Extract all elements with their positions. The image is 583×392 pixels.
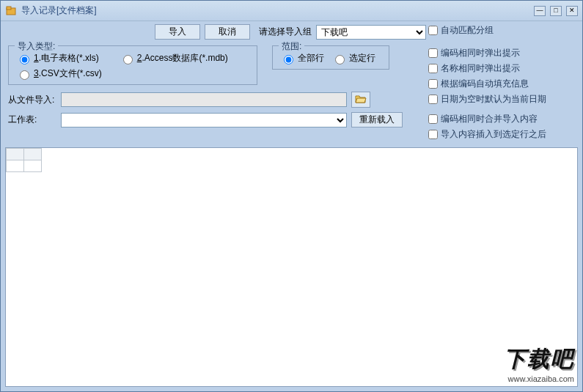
radio-xls[interactable]: 1.电子表格(*.xls) — [16, 52, 99, 64]
reload-button[interactable]: 重新载入 — [351, 112, 403, 127]
from-file-label: 从文件导入: — [8, 94, 56, 106]
lbl-name-dup[interactable]: 名称相同时弹出提示 — [441, 62, 520, 75]
import-type-group: 导入类型: 1.电子表格(*.xls) 2.Access数据库(*.mdb) 3… — [8, 45, 257, 85]
radio-csv[interactable]: 3.CSV文件(*.csv) — [16, 67, 102, 80]
watermark: 下载吧 www.xiazaiba.com — [504, 344, 574, 383]
grid-table — [6, 148, 42, 172]
app-icon — [5, 5, 17, 17]
import-type-legend: 导入类型: — [15, 40, 58, 53]
close-button[interactable]: ✕ — [566, 6, 578, 16]
lbl-auto-match[interactable]: 自动匹配分组 — [441, 24, 494, 37]
maximize-button[interactable]: □ — [550, 6, 562, 16]
titlebar: 导入记录[文件档案] — □ ✕ — [1, 1, 582, 21]
window-buttons: — □ ✕ — [534, 6, 578, 16]
svg-rect-1 — [7, 7, 11, 10]
chk-empty-date[interactable] — [428, 95, 438, 104]
window-title: 导入记录[文件档案] — [21, 4, 534, 17]
watermark-logo: 下载吧 — [504, 344, 574, 374]
browse-button[interactable] — [351, 92, 370, 108]
radio-mdb[interactable]: 2.Access数据库(*.mdb) — [120, 52, 228, 64]
radio-mdb-input[interactable] — [123, 55, 133, 64]
chk-code-dup[interactable] — [428, 48, 438, 58]
chk-auto-match[interactable] — [428, 26, 438, 35]
lbl-insert-after[interactable]: 导入内容插入到选定行之后 — [441, 128, 546, 141]
grid-cell[interactable] — [7, 160, 24, 172]
from-file-input[interactable] — [61, 92, 347, 107]
lbl-auto-fill[interactable]: 根据编码自动填充信息 — [441, 78, 529, 90]
options-panel: 自动匹配分组 编码相同时弹出提示 名称相同时弹出提示 根据编码自动填充信息 日期… — [428, 23, 575, 142]
window: 导入记录[文件档案] — □ ✕ 导入 取消 请选择导入组 下载吧 导入类型: … — [0, 0, 583, 392]
grid-header-cell[interactable] — [7, 149, 24, 160]
grid-cell[interactable] — [24, 160, 42, 172]
lbl-code-dup[interactable]: 编码相同时弹出提示 — [441, 47, 520, 59]
scope-legend: 范围: — [279, 40, 304, 53]
folder-open-icon — [355, 94, 367, 106]
group-select[interactable]: 下载吧 — [316, 25, 426, 40]
radio-all-input[interactable] — [284, 55, 293, 64]
lbl-empty-date[interactable]: 日期为空时默认为当前日期 — [441, 93, 546, 106]
select-group-label: 请选择导入组 — [259, 26, 312, 38]
radio-all-rows[interactable]: 全部行 — [280, 52, 324, 64]
sheet-select[interactable] — [61, 113, 347, 127]
radio-sel-input[interactable] — [335, 55, 345, 64]
grid-header-cell[interactable] — [24, 149, 42, 160]
data-grid[interactable]: 下载吧 www.xiazaiba.com — [5, 147, 578, 387]
chk-auto-fill[interactable] — [428, 79, 438, 89]
sheet-label: 工作表: — [8, 114, 56, 126]
chk-insert-after[interactable] — [428, 130, 438, 139]
watermark-url: www.xiazaiba.com — [504, 374, 574, 383]
radio-xls-input[interactable] — [20, 55, 29, 64]
cancel-button[interactable]: 取消 — [205, 24, 250, 40]
minimize-button[interactable]: — — [534, 6, 546, 16]
lbl-merge[interactable]: 编码相同时合并导入内容 — [441, 113, 538, 125]
radio-selected-rows[interactable]: 选定行 — [331, 52, 375, 64]
scope-group: 范围: 全部行 选定行 — [272, 45, 389, 70]
radio-csv-input[interactable] — [20, 70, 29, 80]
chk-name-dup[interactable] — [428, 64, 438, 73]
chk-merge[interactable] — [428, 114, 438, 124]
import-button[interactable]: 导入 — [155, 24, 200, 40]
